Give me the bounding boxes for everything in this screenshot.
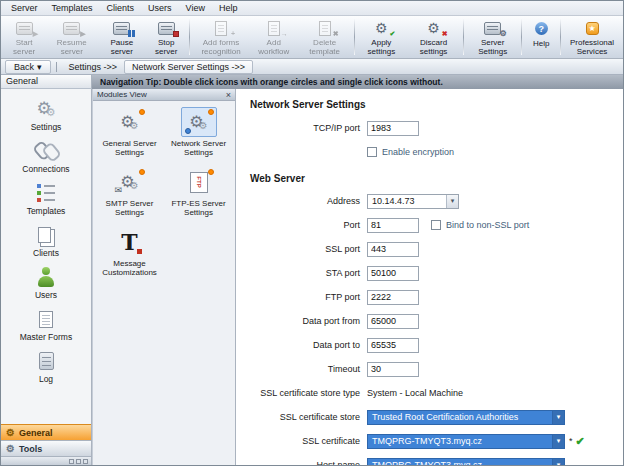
menu-templates[interactable]: Templates xyxy=(45,2,100,14)
discard-settings-button[interactable]: ⚙✖ Discard settings xyxy=(406,17,461,57)
timeout-input[interactable] xyxy=(367,362,419,377)
back-button[interactable]: Back ▾ xyxy=(5,60,51,74)
data-port-from-input[interactable] xyxy=(367,314,419,329)
close-icon[interactable]: × xyxy=(226,90,231,100)
help-button[interactable]: ? Help xyxy=(524,17,558,57)
toolbar-button-label: Add forms recognition xyxy=(196,38,246,56)
enable-encryption-row: Enable encryption xyxy=(236,142,623,162)
sidebar-item-templates[interactable]: Templates xyxy=(1,177,91,219)
professional-services-button[interactable]: ★ Professional Services xyxy=(563,17,621,57)
sidebar-item-log[interactable]: Log xyxy=(1,345,91,387)
sidebar-item-label: Master Forms xyxy=(20,332,72,342)
enable-encryption-checkbox[interactable] xyxy=(367,147,377,157)
chevron-down-icon[interactable]: ▾ xyxy=(446,195,458,208)
sidebar-footer[interactable] xyxy=(1,456,91,465)
menu-clients[interactable]: Clients xyxy=(100,2,142,14)
modules-panel: Modules View × ⚙⚙ General Server Setting… xyxy=(92,89,236,465)
server-settings-button[interactable]: ⚙ Server Settings xyxy=(466,17,519,57)
combo-value: TMQPRG-TMYQT3.myq.cz xyxy=(368,460,552,465)
field-label: STA port xyxy=(248,268,360,278)
bind-non-ssl-checkbox[interactable] xyxy=(431,220,441,230)
breadcrumb-settings[interactable]: Settings ->> xyxy=(62,61,125,73)
modules-panel-title: Modules View xyxy=(97,90,147,99)
stop-server-button[interactable]: Stop server xyxy=(145,17,187,57)
mini-section-icon[interactable] xyxy=(76,459,81,464)
menu-help[interactable]: Help xyxy=(212,2,245,14)
sidebar-item-master-forms[interactable]: Master Forms xyxy=(1,303,91,345)
toolbar-button-label: Resume server xyxy=(49,38,94,56)
mini-section-icon[interactable] xyxy=(83,459,88,464)
module-network-server-settings[interactable]: ⚙⚙ Network Server Settings xyxy=(164,107,233,157)
toolbar-separator xyxy=(189,19,190,55)
ssl-certificate-store-combobox[interactable]: Trusted Root Certification Authorities ▾ xyxy=(367,410,565,425)
toolbar-separator xyxy=(463,19,464,55)
ftp-port-input[interactable] xyxy=(367,290,419,305)
sidebar-item-settings[interactable]: ⚙⚙ Settings xyxy=(1,93,91,135)
tcp-ip-port-input[interactable] xyxy=(367,121,419,136)
toolbar-button-label: Pause server xyxy=(102,38,141,56)
sta-port-input[interactable] xyxy=(367,266,419,281)
chevron-down-icon[interactable]: ▾ xyxy=(552,435,564,448)
start-server-button[interactable]: ▶ Start server xyxy=(3,17,45,57)
ssl-port-input[interactable] xyxy=(367,242,419,257)
network-dot-icon xyxy=(185,128,191,134)
data-port-to-input[interactable] xyxy=(367,338,419,353)
settings-content: Network Server Settings TCP/IP port Enab… xyxy=(236,89,623,465)
sidebar-section-general[interactable]: ⚙ General xyxy=(1,424,91,440)
module-general-server-settings[interactable]: ⚙⚙ General Server Settings xyxy=(95,107,164,157)
toolbar-button-label: Add workflow xyxy=(254,38,293,56)
delete-template-button[interactable]: ✖ Delete template xyxy=(297,17,351,57)
orange-circle-icon xyxy=(139,169,145,175)
mini-section-icon[interactable] xyxy=(69,459,74,464)
orange-circle-icon xyxy=(139,109,145,115)
field-label: TCP/IP port xyxy=(248,123,360,133)
sidebar-section-tools[interactable]: ⚙ Tools xyxy=(1,440,91,456)
add-workflow-button[interactable]: → Add workflow xyxy=(250,17,297,57)
ftp-icon: FTP xyxy=(181,167,217,197)
chevron-down-icon[interactable]: ▾ xyxy=(552,459,564,466)
module-smtp-server-settings[interactable]: ⚙⚙ ✉ SMTP Server Settings xyxy=(95,167,164,217)
toolbar-button-label: Discard settings xyxy=(410,38,457,56)
page-title: Network Server Settings xyxy=(250,99,623,110)
ssl-certificate-row: SSL certificate TMQPRG-TMYQT3.myq.cz ▾ *… xyxy=(236,431,623,451)
port-input[interactable] xyxy=(367,218,419,233)
resume-server-button[interactable]: ▶ Resume server xyxy=(45,17,98,57)
gears-network-icon: ⚙⚙ xyxy=(181,107,217,137)
module-label: SMTP Server Settings xyxy=(98,199,162,217)
chevron-down-icon[interactable]: ▾ xyxy=(552,411,564,424)
orange-circle-icon xyxy=(208,109,214,115)
toolbar-button-label: Apply settings xyxy=(361,38,402,56)
orange-circle-icon xyxy=(208,169,214,175)
sidebar-item-users[interactable]: Users xyxy=(1,261,91,303)
address-row: Address 10.14.4.73 ▾ xyxy=(236,191,623,211)
add-forms-recognition-button[interactable]: + Add forms recognition xyxy=(192,17,250,57)
toolbar-button-label: Delete template xyxy=(301,38,347,56)
apply-settings-button[interactable]: ⚙✔ Apply settings xyxy=(357,17,406,57)
menu-server[interactable]: Server xyxy=(4,2,45,14)
ssl-certificate-combobox[interactable]: TMQPRG-TMYQT3.myq.cz ▾ xyxy=(367,434,565,449)
stop-server-icon xyxy=(154,20,178,36)
host-name-combobox[interactable]: TMQPRG-TMYQT3.myq.cz ▾ xyxy=(367,458,565,466)
sidebar-item-label: Users xyxy=(35,290,57,300)
menu-users[interactable]: Users xyxy=(141,2,179,14)
web-server-heading: Web Server xyxy=(250,173,623,184)
field-label: SSL certificate xyxy=(248,436,360,446)
menu-view[interactable]: View xyxy=(179,2,212,14)
gears-icon: ⚙⚙ xyxy=(112,107,148,137)
field-label: Address xyxy=(248,196,360,206)
discard-settings-icon: ⚙✖ xyxy=(422,20,446,36)
resume-server-icon: ▶ xyxy=(60,20,84,36)
module-ftp-es-server-settings[interactable]: FTP FTP-ES Server Settings xyxy=(164,167,233,217)
add-workflow-icon: → xyxy=(262,20,286,36)
back-button-label: Back xyxy=(14,62,34,72)
module-label: General Server Settings xyxy=(98,139,162,157)
tools-icon: ⚙ xyxy=(6,444,15,454)
gear-icon: ⚙ xyxy=(6,428,15,438)
stacked-documents-icon xyxy=(38,223,55,247)
sidebar-item-clients[interactable]: Clients xyxy=(1,219,91,261)
breadcrumb-network-server-settings[interactable]: Network Server Settings ->> xyxy=(124,60,253,74)
sidebar-item-connections[interactable]: Connections xyxy=(1,135,91,177)
module-message-customizations[interactable]: T Message Customizations xyxy=(95,227,164,277)
address-combobox[interactable]: 10.14.4.73 ▾ xyxy=(367,194,459,209)
pause-server-button[interactable]: Pause server xyxy=(98,17,145,57)
